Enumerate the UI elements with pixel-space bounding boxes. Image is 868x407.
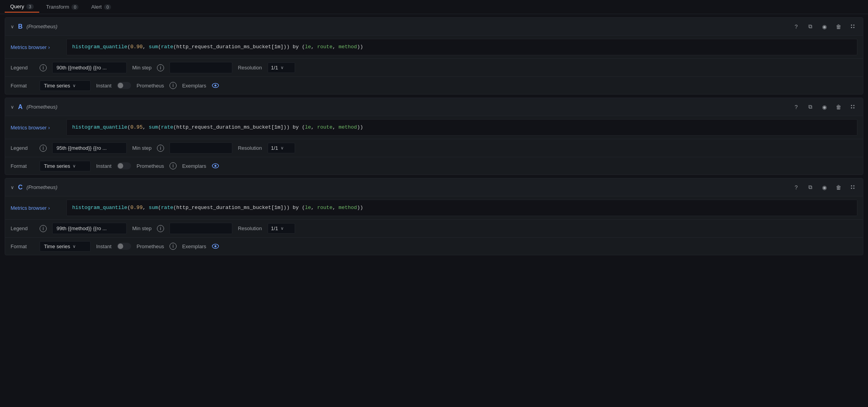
more-btn-A[interactable] <box>848 102 857 112</box>
format-label-A: Format <box>11 163 34 169</box>
legend-info-C[interactable]: i <box>40 225 47 232</box>
legend-row-B: Legend i Min step i Resolution 1/1 ∨ <box>5 59 863 77</box>
instant-toggle-B[interactable] <box>117 82 131 89</box>
eye-btn-B[interactable]: ◉ <box>820 22 829 31</box>
query-header-left-C: ∨ C (Prometheus) <box>11 184 57 191</box>
copy-btn-C[interactable]: ⧉ <box>806 183 815 192</box>
dots-icon-A <box>850 104 855 110</box>
exemplars-label-B: Exemplars <box>182 83 206 89</box>
exemplars-eye-B[interactable] <box>212 83 219 88</box>
resolution-value-C: 1/1 <box>271 225 278 231</box>
copy-btn-A[interactable]: ⧉ <box>806 102 815 112</box>
resolution-value-A: 1/1 <box>271 145 278 151</box>
prometheus-info-C[interactable]: i <box>170 243 177 250</box>
more-btn-B[interactable] <box>848 22 857 31</box>
resolution-select-A[interactable]: 1/1 ∨ <box>268 143 295 153</box>
metrics-browser-label-B: Metrics browser <box>11 44 47 50</box>
exemplars-eye-A[interactable] <box>212 163 219 169</box>
legend-info-B[interactable]: i <box>40 64 47 71</box>
min-step-input-B[interactable] <box>170 62 232 73</box>
copy-btn-B[interactable]: ⧉ <box>806 22 815 31</box>
dots-icon-B <box>850 24 855 29</box>
min-step-info-A[interactable]: i <box>157 145 164 152</box>
more-btn-C[interactable] <box>848 183 857 192</box>
query-header-A: ∨ A (Prometheus) ? ⧉ ◉ 🗑 <box>5 98 863 116</box>
metrics-browser-arrow-C: › <box>48 205 50 211</box>
legend-input-C[interactable] <box>52 223 127 234</box>
collapse-btn-B[interactable]: ∨ <box>11 24 14 29</box>
format-value-B: Time series <box>44 83 70 89</box>
query-header-left-B: ∨ B (Prometheus) <box>11 23 57 30</box>
min-step-input-C[interactable] <box>170 223 232 234</box>
resolution-chevron-C: ∨ <box>281 226 284 231</box>
metrics-browser-C[interactable]: Metrics browser › <box>11 205 62 211</box>
resolution-label-B: Resolution <box>238 65 262 71</box>
tab-transform[interactable]: Transform 0 <box>41 2 84 12</box>
prometheus-label-B: Prometheus <box>137 83 164 89</box>
metrics-browser-arrow-B: › <box>48 44 50 50</box>
query-expression-B[interactable]: histogram_quantile(0.90, sum(rate(http_r… <box>66 39 857 55</box>
trash-btn-C[interactable]: 🗑 <box>834 183 843 192</box>
query-source-B: (Prometheus) <box>27 24 58 29</box>
min-step-info-C[interactable]: i <box>157 225 164 232</box>
trash-btn-A[interactable]: 🗑 <box>834 102 843 112</box>
svg-point-2 <box>851 27 852 28</box>
help-btn-A[interactable]: ? <box>791 102 801 112</box>
tab-alert[interactable]: Alert 0 <box>86 2 117 12</box>
prometheus-label-C: Prometheus <box>137 243 164 249</box>
instant-toggle-A[interactable] <box>117 162 131 169</box>
legend-input-A[interactable] <box>52 142 127 154</box>
eye-btn-C[interactable]: ◉ <box>820 183 829 192</box>
format-select-A[interactable]: Time series ∨ <box>40 161 91 171</box>
min-step-input-A[interactable] <box>170 142 232 154</box>
trash-btn-B[interactable]: 🗑 <box>834 22 843 31</box>
legend-label-B: Legend <box>11 65 34 71</box>
eye-icon-B: ◉ <box>822 24 827 30</box>
legend-info-A[interactable]: i <box>40 145 47 152</box>
eye-icon-A: ◉ <box>822 104 827 110</box>
metrics-browser-A[interactable]: Metrics browser › <box>11 125 62 131</box>
resolution-chevron-B: ∨ <box>281 65 284 70</box>
prometheus-info-A[interactable]: i <box>170 162 177 169</box>
metrics-browser-B[interactable]: Metrics browser › <box>11 44 62 50</box>
tab-alert-badge: 0 <box>104 4 111 10</box>
query-expression-C[interactable]: histogram_quantile(0.99, sum(rate(http_r… <box>66 200 857 216</box>
eye-exemplars-icon-C <box>212 243 219 249</box>
expression-row-B: Metrics browser › histogram_quantile(0.9… <box>5 36 863 59</box>
format-chevron-C: ∨ <box>73 244 76 249</box>
svg-point-7 <box>853 105 855 106</box>
format-chevron-A: ∨ <box>73 164 76 169</box>
tab-query-label: Query <box>10 4 24 9</box>
format-select-C[interactable]: Time series ∨ <box>40 241 91 252</box>
metrics-browser-arrow-A: › <box>48 125 50 131</box>
query-expression-A[interactable]: histogram_quantile(0.95, sum(rate(http_r… <box>66 119 857 136</box>
format-row-C: Format Time series ∨ Instant Prometheus … <box>5 238 863 255</box>
format-value-A: Time series <box>44 163 70 169</box>
resolution-select-B[interactable]: 1/1 ∨ <box>268 62 295 73</box>
svg-point-17 <box>214 245 216 247</box>
query-source-A: (Prometheus) <box>27 104 58 110</box>
help-btn-C[interactable]: ? <box>791 183 801 192</box>
instant-toggle-C[interactable] <box>117 243 131 250</box>
help-btn-B[interactable]: ? <box>791 22 801 31</box>
collapse-btn-A[interactable]: ∨ <box>11 104 14 110</box>
eye-btn-A[interactable]: ◉ <box>820 102 829 112</box>
prometheus-info-B[interactable]: i <box>170 82 177 89</box>
resolution-select-C[interactable]: 1/1 ∨ <box>268 223 295 234</box>
svg-point-0 <box>851 24 852 25</box>
query-header-left-A: ∨ A (Prometheus) <box>11 104 57 111</box>
instant-label-B: Instant <box>96 83 111 89</box>
min-step-label-B: Min step <box>132 65 151 71</box>
min-step-info-B[interactable]: i <box>157 64 164 71</box>
format-select-B[interactable]: Time series ∨ <box>40 80 91 91</box>
resolution-chevron-A: ∨ <box>281 145 284 151</box>
query-block-A: ∨ A (Prometheus) ? ⧉ ◉ 🗑 <box>5 98 863 175</box>
legend-input-B[interactable] <box>52 62 127 73</box>
query-tabs: Query 3 Transform 0 Alert 0 <box>0 0 868 14</box>
tab-query[interactable]: Query 3 <box>5 1 39 13</box>
format-label-C: Format <box>11 243 34 249</box>
expression-row-C: Metrics browser › histogram_quantile(0.9… <box>5 196 863 220</box>
tab-query-badge: 3 <box>26 4 33 9</box>
collapse-btn-C[interactable]: ∨ <box>11 185 14 190</box>
exemplars-eye-C[interactable] <box>212 243 219 249</box>
